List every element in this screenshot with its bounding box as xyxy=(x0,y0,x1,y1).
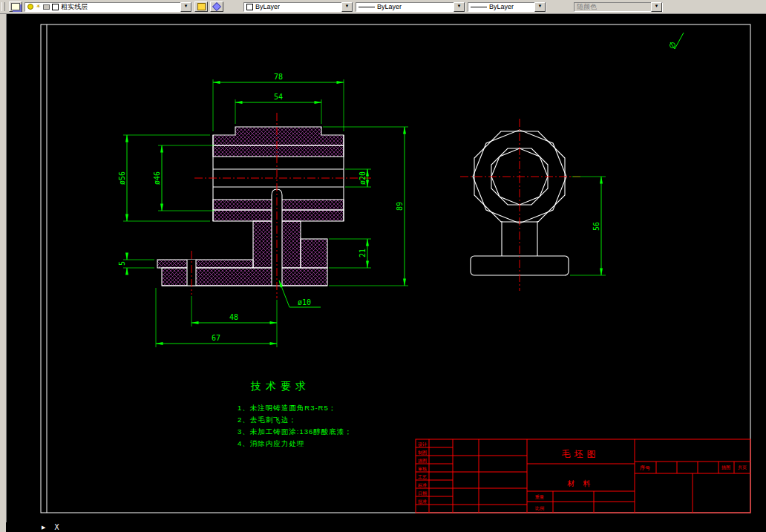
dim-o20: ø20 xyxy=(359,171,367,185)
front-view xyxy=(157,113,371,298)
color-combo-arrow[interactable]: ▼ xyxy=(341,2,353,12)
tech-item: 2、去毛刺飞边； xyxy=(238,416,297,424)
lineweight-combo-value: ByLayer xyxy=(489,3,514,10)
make-current-icon xyxy=(197,3,206,10)
hatch-rim-upper xyxy=(213,145,344,157)
lineweight-combo[interactable]: ByLayer ▼ xyxy=(468,2,546,12)
lineweight-combo-arrow[interactable]: ▼ xyxy=(534,2,546,12)
linetype-combo-value: ByLayer xyxy=(377,3,402,10)
layer-lock-icon xyxy=(43,4,50,10)
make-layer-current-button[interactable] xyxy=(194,1,208,12)
linetype-combo-arrow[interactable]: ▼ xyxy=(454,2,465,12)
tech-requirements: 技术要求 1、未注明铸造圆角R3-R5； 2、去毛刺飞边； 3、未加工铸面涂:1… xyxy=(238,380,353,447)
layer-color-chip xyxy=(52,4,59,10)
dim-89: 89 xyxy=(396,202,404,211)
dim-o46: ø46 xyxy=(153,171,161,185)
hatch-rim-top xyxy=(213,127,344,145)
dim-21: 21 xyxy=(359,249,367,257)
titleblock-material-label: 材 料 xyxy=(567,479,594,487)
layer-previous-button[interactable] xyxy=(210,1,223,12)
dim-67: 67 xyxy=(212,334,220,342)
layers-icon xyxy=(11,3,20,10)
side-view: 56 xyxy=(460,119,606,291)
color-combo-value: ByLayer xyxy=(255,3,280,10)
tech-item: 1、未注明铸造圆角R3-R5； xyxy=(238,404,336,412)
titleblock-scale-label: 比例 xyxy=(535,506,544,511)
plotstyle-combo-value: 随颜色 xyxy=(577,2,597,12)
hatch-step-right xyxy=(301,239,327,268)
linetype-combo[interactable]: ByLayer ▼ xyxy=(356,2,465,12)
layer-combo-arrow[interactable]: ▼ xyxy=(180,2,192,12)
titleblock-row-label: 标准 xyxy=(417,483,427,488)
plotstyle-combo-arrow: ▼ xyxy=(651,2,662,12)
color-combo[interactable]: ByLayer ▼ xyxy=(243,2,353,12)
dim-48: 48 xyxy=(229,313,238,321)
titleblock-row-label: 日期 xyxy=(418,491,427,496)
dim-56: 56 xyxy=(592,222,600,231)
titleblock-pages-label: 共页 xyxy=(738,465,747,470)
tech-title: 技术要求 xyxy=(250,380,310,392)
dim-78: 78 xyxy=(274,73,283,81)
status-bar: ▶ X xyxy=(6,522,766,532)
titleblock-tracing-label: 描图 xyxy=(721,465,730,470)
toolbar-grip[interactable] xyxy=(1,2,5,11)
coordinate-label: X xyxy=(54,523,59,531)
linetype-sample-icon xyxy=(359,7,375,7)
docked-toolbar-strip[interactable] xyxy=(0,12,7,532)
titleblock-weight-label: 重量 xyxy=(534,494,544,499)
drawing-canvas[interactable]: 78 54 ø56 ø46 ø20 89 21 5 xyxy=(0,0,766,532)
tech-item: 3、未加工铸面涂:136醇酸底漆； xyxy=(238,427,353,436)
color-chip xyxy=(246,4,253,10)
title-block: 毛坯图 材 料 序号 描图 共页 重量 比例 设计 制图 描图 审核 工艺 标准… xyxy=(416,439,750,513)
check-mark-icon xyxy=(670,33,684,49)
dim-o10: ø10 xyxy=(298,298,311,306)
properties-toolbar: ☀ 粗实线层 ▼ ByLayer ▼ ByLayer ▼ ByLayer ▼ 随… xyxy=(0,0,766,14)
titleblock-row-label: 设计 xyxy=(418,441,427,447)
hatch-flange-left xyxy=(157,260,253,268)
titleblock-row-label: 制图 xyxy=(418,450,427,456)
layer-combo-value: 粗实线层 xyxy=(61,2,88,12)
lineweight-sample-icon xyxy=(471,7,487,7)
dim-5: 5 xyxy=(118,261,126,266)
dim-54: 54 xyxy=(274,93,283,101)
expand-arrow-icon[interactable]: ▶ xyxy=(42,525,45,531)
dim-o56: ø56 xyxy=(118,171,126,185)
titleblock-row-label: 批准 xyxy=(418,499,427,505)
titleblock-row-label: 描图 xyxy=(418,459,427,464)
plotstyle-combo: 随颜色 ▼ xyxy=(574,2,663,12)
titleblock-drawing-name: 毛坯图 xyxy=(562,449,600,459)
tech-item: 4、消除内应力处理 xyxy=(238,439,304,447)
titleblock-row-label: 审核 xyxy=(418,466,427,471)
layer-properties-button[interactable] xyxy=(9,1,22,12)
layer-previous-icon xyxy=(212,2,221,11)
titleblock-row-label: 工艺 xyxy=(418,474,427,479)
layer-on-icon xyxy=(27,4,33,10)
layer-combo[interactable]: ☀ 粗实线层 ▼ xyxy=(24,2,192,12)
surface-finish-symbol xyxy=(670,33,684,49)
titleblock-serial-label: 序号 xyxy=(640,465,650,470)
layer-freeze-icon: ☀ xyxy=(36,4,41,10)
